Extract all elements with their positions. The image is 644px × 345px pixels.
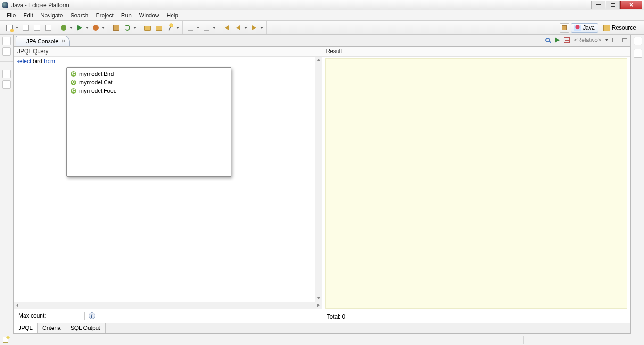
toggle-icon [188, 25, 193, 31]
dock-button[interactable] [634, 37, 642, 45]
find-in-console-button[interactable] [544, 36, 552, 44]
nav-fwd-button[interactable] [249, 23, 259, 33]
refresh-icon [124, 25, 130, 31]
nav-back-button[interactable] [233, 23, 243, 33]
dock-button[interactable] [2, 80, 11, 89]
perspective-resource[interactable]: Resource [600, 23, 639, 33]
autocomplete-item[interactable]: C mymodel.Bird [67, 70, 231, 78]
query-header: JPQL Query [14, 47, 322, 57]
toggle-dropdown-1[interactable] [196, 27, 200, 29]
print-button[interactable] [43, 23, 53, 33]
new-dropdown[interactable] [15, 27, 19, 29]
play-icon [77, 25, 82, 31]
relativo-dropdown[interactable]: <Relativo> [572, 37, 603, 43]
status-icon [3, 337, 8, 343]
open-type-button[interactable] [142, 23, 153, 33]
menu-project[interactable]: Project [92, 11, 117, 20]
max-count-input[interactable] [50, 312, 85, 320]
open-task-button[interactable] [154, 23, 164, 33]
view-minimize-button[interactable] [611, 36, 619, 44]
dock-button[interactable] [2, 70, 11, 78]
print-icon [45, 25, 51, 31]
run-query-button[interactable] [553, 36, 561, 44]
vertical-scrollbar[interactable] [315, 57, 322, 302]
result-body [325, 58, 628, 309]
toggle-icon [204, 25, 209, 31]
dock-button[interactable] [634, 49, 642, 58]
window-title: Java - Eclipse Platform [11, 2, 591, 8]
nav-back-dropdown[interactable] [244, 27, 248, 29]
menu-search[interactable]: Search [66, 11, 92, 20]
refresh-button[interactable] [122, 23, 132, 33]
menu-bar: File Edit Navigate Search Project Run Wi… [0, 10, 644, 21]
run-dropdown[interactable] [85, 27, 89, 29]
entity-icon: C [71, 80, 76, 85]
menu-file[interactable]: File [3, 11, 19, 20]
search-button[interactable] [165, 23, 175, 33]
clear-button[interactable] [563, 36, 570, 44]
toggle-button-1[interactable] [185, 23, 196, 33]
window-minimize-button[interactable] [591, 1, 605, 9]
relativo-dropdown-arrow[interactable] [605, 39, 609, 41]
perspective-java[interactable]: Java [571, 23, 598, 33]
search-dropdown[interactable] [176, 27, 180, 29]
minimize-icon [612, 38, 618, 42]
toggle-button-2[interactable] [201, 23, 212, 33]
menu-window[interactable]: Window [135, 11, 163, 20]
nav-fwd-dropdown[interactable] [260, 27, 264, 29]
toggle-dropdown-2[interactable] [212, 27, 216, 29]
dock-button[interactable] [2, 47, 11, 56]
query-identifier: bird [31, 58, 44, 65]
scroll-left-icon[interactable] [14, 302, 21, 309]
query-text[interactable]: select bird from [14, 57, 322, 66]
bug-icon [61, 25, 66, 31]
horizontal-scrollbar[interactable] [14, 302, 322, 309]
external-tools-dropdown[interactable] [101, 27, 105, 29]
main-toolbar: Java Resource [0, 21, 644, 35]
autocomplete-item[interactable]: C mymodel.Food [67, 87, 231, 95]
close-icon[interactable]: ✕ [61, 38, 66, 44]
new-package-button[interactable] [111, 23, 121, 33]
scroll-down-icon[interactable] [315, 295, 322, 302]
debug-button[interactable] [58, 23, 69, 33]
view-tabs: JPA Console ✕ <Relativo> [13, 35, 631, 46]
dock-button[interactable] [2, 37, 11, 45]
search-icon [545, 38, 550, 42]
perspective-java-label: Java [583, 25, 594, 31]
menu-edit[interactable]: Edit [19, 11, 37, 20]
tab-jpql[interactable]: JPQL [14, 323, 38, 333]
save-button[interactable] [20, 23, 31, 33]
scroll-up-icon[interactable] [315, 57, 322, 64]
window-maximize-button[interactable] [606, 1, 620, 9]
menu-run[interactable]: Run [117, 11, 135, 20]
autocomplete-item[interactable]: C mymodel.Cat [67, 78, 231, 87]
entity-icon: C [71, 88, 76, 94]
result-total: Total: 0 [322, 311, 631, 323]
info-icon[interactable]: i [89, 312, 95, 319]
perspective-resource-label: Resource [612, 25, 636, 31]
save-all-button[interactable] [32, 23, 42, 33]
run-button[interactable] [74, 23, 85, 33]
window-close-button[interactable]: × [620, 1, 642, 9]
max-count-label: Max count: [18, 312, 46, 319]
result-header: Result [322, 47, 631, 57]
tab-criteria[interactable]: Criteria [38, 323, 66, 333]
menu-navigate[interactable]: Navigate [37, 11, 66, 20]
autocomplete-item-label: mymodel.Bird [79, 71, 114, 77]
new-button[interactable] [4, 23, 15, 33]
open-perspective-button[interactable] [560, 23, 569, 33]
java-icon [574, 25, 581, 31]
autocomplete-item-label: mymodel.Cat [79, 79, 113, 86]
external-tools-button[interactable] [91, 23, 101, 33]
eclipse-icon [2, 2, 8, 8]
refresh-dropdown[interactable] [133, 27, 137, 29]
nav-back-hist-button[interactable] [222, 23, 232, 33]
menu-help[interactable]: Help [163, 11, 182, 20]
view-maximize-button[interactable] [621, 36, 628, 44]
view-tab-jpa-console[interactable]: JPA Console ✕ [16, 36, 70, 46]
folder-icon [144, 26, 151, 31]
debug-dropdown[interactable] [69, 27, 73, 29]
eclipse-icon [19, 39, 25, 44]
scroll-right-icon[interactable] [315, 302, 322, 309]
tab-sql-output[interactable]: SQL Output [66, 323, 106, 333]
